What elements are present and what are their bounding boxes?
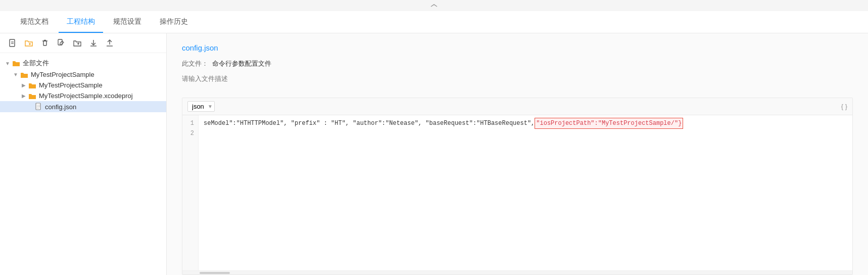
delete-icon[interactable] — [40, 38, 50, 48]
label-mytestproject-l2: MyTestProjectSample — [39, 81, 103, 89]
meta-row: 此文件： 命令行参数配置文件 — [182, 59, 853, 68]
editor-braces-icon: { } — [841, 103, 847, 110]
tab-project-structure[interactable]: 工程结构 — [59, 12, 103, 33]
folder-icon-all-files — [12, 60, 20, 67]
tab-spec-settings[interactable]: 规范设置 — [105, 12, 150, 33]
meta-value: 命令行参数配置文件 — [212, 59, 271, 68]
file-toolbar — [0, 33, 166, 53]
label-xcodeproj: MyTestProjectSample.xcodeproj — [39, 92, 133, 100]
svg-rect-6 — [43, 41, 46, 45]
main-content: ▼ 全部文件 ▼ MyTestProjectSample — [0, 33, 868, 275]
tree-node-mytestproject-l1[interactable]: ▼ MyTestProjectSample — [0, 69, 166, 80]
line-numbers: 1 2 — [182, 115, 199, 270]
lang-select-wrapper: json text ▼ — [187, 101, 213, 112]
arrow-config-json — [27, 103, 34, 110]
left-panel: ▼ 全部文件 ▼ MyTestProjectSample — [0, 33, 167, 275]
arrow-mytestproject-l2: ▶ — [20, 82, 27, 89]
collapse-bar[interactable] — [0, 0, 868, 11]
code-content[interactable]: seModel":"HTHTTPModel", "prefix" : "HT",… — [199, 115, 852, 270]
new-file-icon[interactable] — [8, 38, 17, 48]
tree-node-xcodeproj[interactable]: ▶ MyTestProjectSample.xcodeproj — [0, 90, 166, 101]
label-all-files: 全部文件 — [23, 59, 49, 68]
tree-node-config-json[interactable]: config.json — [0, 101, 166, 112]
label-config-json: config.json — [45, 103, 76, 111]
arrow-all-files: ▼ — [4, 60, 11, 67]
label-mytestproject-l1: MyTestProjectSample — [31, 71, 94, 78]
scrollbar-thumb[interactable] — [200, 272, 230, 274]
new-folder-icon[interactable] — [24, 38, 33, 48]
tabs-bar: 规范文档 工程结构 规范设置 操作历史 — [0, 11, 868, 33]
meta-label: 此文件： — [182, 59, 208, 68]
tab-operation-history[interactable]: 操作历史 — [152, 12, 196, 33]
code-line-1-normal: seModel":"HTHTTPModel", "prefix" : "HT",… — [204, 118, 535, 128]
file-title: config.json — [182, 43, 853, 52]
lang-select[interactable]: json text — [187, 101, 215, 112]
tab-spec-doc[interactable]: 规范文档 — [12, 12, 57, 33]
download-icon[interactable] — [89, 38, 98, 48]
upload-icon[interactable] — [105, 38, 114, 48]
horizontal-scrollbar[interactable] — [182, 270, 852, 274]
editor-header: json text ▼ { } — [182, 98, 852, 115]
new-subfolder-icon[interactable] — [73, 38, 82, 48]
file-icon-config-json — [35, 103, 42, 111]
folder-icon-mytestproject-l1 — [20, 71, 28, 78]
description-textarea[interactable] — [182, 74, 853, 89]
code-line-1: seModel":"HTHTTPModel", "prefix" : "HT",… — [204, 118, 847, 128]
file-tree: ▼ 全部文件 ▼ MyTestProjectSample — [0, 53, 166, 275]
arrow-mytestproject-l1: ▼ — [12, 71, 19, 78]
code-line-2 — [204, 128, 847, 139]
tree-node-all-files[interactable]: ▼ 全部文件 — [0, 57, 166, 69]
arrow-xcodeproj: ▶ — [20, 93, 27, 100]
svg-rect-0 — [10, 39, 15, 47]
folder-icon-xcodeproj — [28, 93, 36, 100]
rename-file-icon[interactable] — [57, 38, 66, 48]
code-area: 1 2 seModel":"HTHTTPModel", "prefix" : "… — [182, 115, 852, 270]
code-line-1-highlight: "iosProjectPath":"MyTestProjectSample/"} — [535, 118, 683, 129]
tree-node-mytestproject-l2[interactable]: ▶ MyTestProjectSample — [0, 80, 166, 90]
code-editor: json text ▼ { } 1 2 seModel":"HTHTTPMode… — [182, 98, 853, 275]
right-panel: config.json 此文件： 命令行参数配置文件 json text ▼ {… — [167, 33, 868, 275]
folder-icon-mytestproject-l2 — [28, 82, 36, 89]
